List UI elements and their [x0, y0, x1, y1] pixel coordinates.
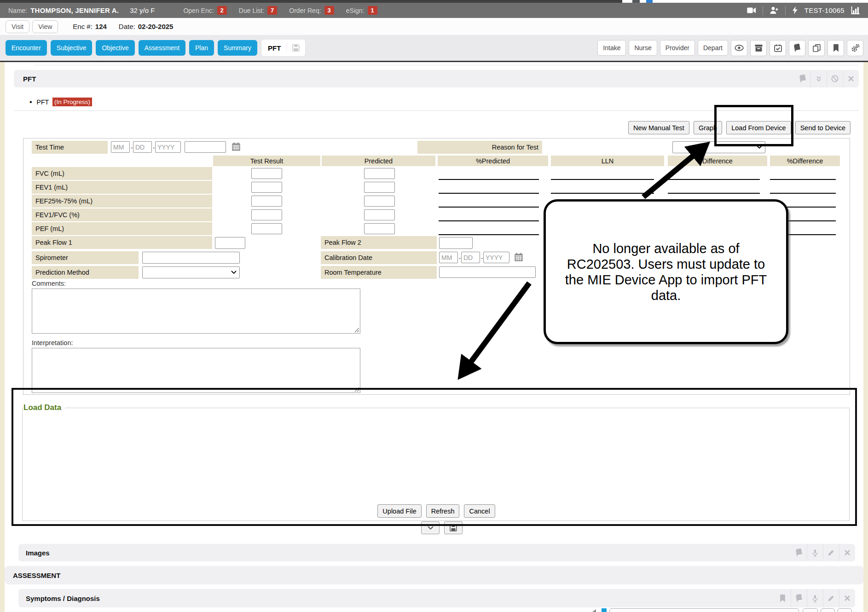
esign-badge[interactable]: 1 [368, 6, 377, 15]
depart-button[interactable]: Depart [698, 40, 728, 56]
calibration-yyyy-input[interactable] [483, 252, 509, 263]
calendar-icon[interactable] [231, 142, 241, 151]
eye-icon[interactable] [731, 40, 747, 56]
tab-plan[interactable]: Plan [189, 40, 214, 56]
due-list-group[interactable]: Due List: 7 [239, 6, 277, 15]
lightning-icon[interactable] [792, 6, 798, 14]
test-time-mm-input[interactable] [111, 141, 130, 153]
calibration-mm-input[interactable] [439, 252, 458, 263]
open-enc-group[interactable]: Open Enc: 2 [183, 6, 226, 15]
fef-predicted-input[interactable] [364, 196, 395, 207]
open-enc-badge[interactable]: 2 [217, 6, 227, 15]
left-margin-strip [0, 62, 5, 612]
collapse-up-button[interactable]: ^ [838, 608, 852, 612]
fev1-test-result-input[interactable] [251, 182, 282, 193]
spirometer-input[interactable] [142, 252, 240, 264]
bookmark-icon[interactable] [775, 589, 791, 607]
close-icon[interactable] [839, 589, 855, 607]
tab-encounter[interactable]: Encounter [6, 40, 47, 56]
order-req-group[interactable]: Order Req: 3 [289, 6, 334, 15]
pencil-icon[interactable] [823, 544, 839, 561]
fev1fvc-test-result-input[interactable] [251, 209, 282, 220]
copy-icon[interactable] [808, 40, 825, 56]
tab-assessment[interactable]: Assessment [139, 40, 185, 56]
date-label: Date: [119, 23, 135, 30]
double-chevron-down-icon[interactable] [810, 70, 827, 87]
book-icon[interactable] [791, 544, 807, 561]
archive-icon[interactable] [750, 40, 767, 56]
esign-group[interactable]: eSign: 1 [346, 6, 377, 15]
fvc-difference-line [668, 179, 760, 180]
tab-pft-active[interactable]: PFT [261, 39, 306, 57]
book-icon[interactable] [789, 40, 805, 56]
fev1fvc-pct-predicted-line [439, 220, 539, 221]
enc-number-label: Enc #: [73, 23, 93, 30]
fev1fvc-predicted-input[interactable] [364, 209, 395, 220]
interpretation-textarea[interactable] [32, 348, 360, 393]
fev1-predicted-input[interactable] [364, 182, 395, 193]
col-pct-predicted: %Predicted [438, 156, 548, 166]
bookmark-icon[interactable] [827, 40, 844, 56]
view-button[interactable]: View [32, 20, 58, 33]
calibration-dd-input[interactable] [461, 252, 480, 263]
save-tab-icon[interactable] [286, 43, 305, 52]
book-icon[interactable] [794, 70, 810, 87]
send-to-device-button[interactable]: Send to Device [795, 121, 851, 134]
patient-header-bar: Name: THOMPSON, JENNIFER A. 32 y/o F Ope… [0, 3, 868, 18]
add-button[interactable]: + [803, 608, 818, 612]
fef-test-result-input[interactable] [251, 196, 282, 207]
visit-button[interactable]: Visit [6, 20, 29, 33]
fvc-test-result-input[interactable] [251, 168, 282, 179]
toolbar-divider [0, 61, 868, 62]
provider-button[interactable]: Provider [660, 40, 695, 56]
scroll-left-arrow[interactable] [591, 609, 596, 612]
col-predicted: Predicted [322, 156, 435, 166]
close-icon[interactable] [843, 70, 859, 87]
microphone-icon[interactable] [807, 589, 823, 607]
symptoms-diagnosis-section-header: Symptoms / Diagnosis [18, 589, 855, 607]
person-add-icon[interactable] [770, 6, 779, 14]
tab-subjective[interactable]: Subjective [51, 40, 93, 56]
test-time-yyyy-input[interactable] [155, 141, 181, 153]
room-temperature-input[interactable] [439, 266, 536, 278]
new-manual-test-button[interactable]: New Manual Test [628, 121, 689, 134]
test-time-time-input[interactable] [185, 141, 226, 153]
nurse-button[interactable]: Nurse [629, 40, 657, 56]
close-icon[interactable] [839, 544, 855, 561]
fvc-lln-line [551, 179, 654, 180]
pef-test-result-input[interactable] [251, 223, 282, 234]
intake-button[interactable]: Intake [597, 40, 626, 56]
peak-flow-1-input[interactable] [215, 237, 245, 249]
pencil-icon[interactable] [823, 589, 839, 607]
divider [763, 6, 763, 15]
chart-icon[interactable] [851, 6, 860, 14]
tab-summary[interactable]: Summary [218, 40, 257, 56]
test-time-dd-input[interactable] [133, 141, 152, 153]
book-icon[interactable] [791, 589, 807, 607]
resize-grip-icon[interactable] [354, 327, 359, 333]
diagnosis-search[interactable] [609, 608, 799, 612]
pft-status-label[interactable]: PFT [37, 98, 49, 106]
due-list-badge[interactable]: 7 [267, 6, 277, 15]
images-title: Images [26, 549, 50, 557]
video-icon[interactable] [747, 7, 756, 14]
clear-button[interactable]: ✕ [821, 608, 835, 612]
order-req-badge[interactable]: 3 [324, 6, 334, 15]
annotation-rect-load-data [12, 388, 857, 526]
calendar-icon[interactable] [514, 253, 523, 262]
pft-panel-title: PFT [23, 75, 36, 83]
row-label-fev1: FEV1 (mL) [32, 181, 212, 194]
pef-predicted-input[interactable] [364, 223, 395, 234]
tab-objective[interactable]: Objective [96, 40, 134, 56]
row-label-fev1fvc: FEV1/FVC (%) [32, 208, 212, 221]
slash-circle-icon[interactable] [827, 70, 843, 87]
row-label-pef: PEF (mL) [32, 222, 212, 235]
peak-flow-2-input[interactable] [439, 237, 473, 249]
fvc-predicted-input[interactable] [364, 168, 395, 179]
prediction-method-select[interactable] [142, 266, 240, 278]
comments-textarea[interactable] [32, 289, 360, 334]
gears-icon[interactable] [847, 40, 863, 56]
microphone-icon[interactable] [807, 544, 823, 561]
order-req-label: Order Req: [289, 7, 321, 14]
calendar-check-icon[interactable] [770, 40, 786, 56]
